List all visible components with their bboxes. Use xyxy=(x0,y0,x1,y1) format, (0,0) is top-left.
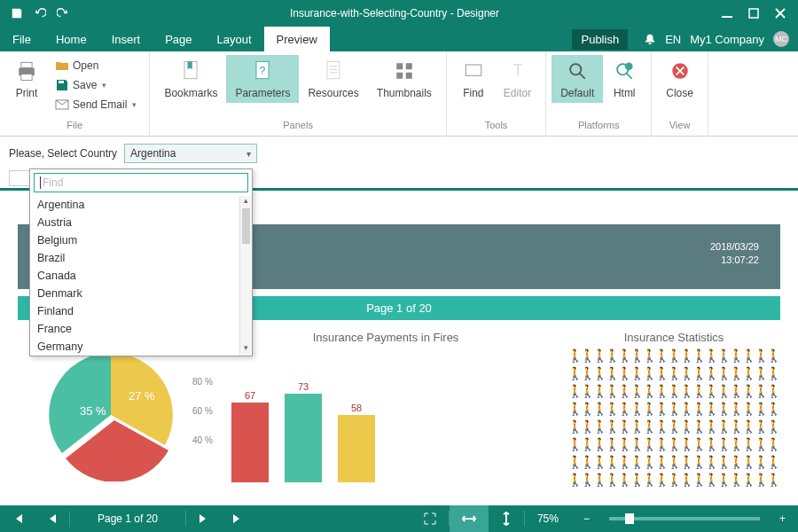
dropdown-item[interactable]: Argentina xyxy=(30,196,252,214)
chevron-down-icon[interactable]: ▾ xyxy=(246,149,251,159)
tab-page[interactable]: Page xyxy=(153,27,204,51)
person-icon: 🚶 xyxy=(580,456,591,472)
fit-width-button[interactable] xyxy=(450,505,489,532)
fullscreen-button[interactable] xyxy=(411,505,449,532)
tab-insert[interactable]: Insert xyxy=(99,27,153,51)
nav-last-button[interactable] xyxy=(220,505,255,532)
dropdown-item[interactable]: Belgium xyxy=(30,231,252,249)
person-icon: 🚶 xyxy=(754,385,764,401)
person-icon: 🚶 xyxy=(692,438,702,454)
person-icon: 🚶 xyxy=(592,403,603,419)
close-button[interactable]: Close xyxy=(657,55,702,103)
dropdown-item[interactable]: Brazil xyxy=(30,249,252,267)
person-icon: 🚶 xyxy=(592,420,603,436)
zoom-value[interactable]: 75% xyxy=(525,505,571,532)
person-icon: 🚶 xyxy=(654,473,665,489)
open-button[interactable]: Open xyxy=(51,57,140,74)
dropdown-scrollbar[interactable]: ▴▾ xyxy=(239,196,252,356)
person-icon: 🚶 xyxy=(605,403,615,419)
person-icon: 🚶 xyxy=(580,403,591,419)
person-icon: 🚶 xyxy=(617,473,628,489)
person-icon: 🚶 xyxy=(716,385,727,401)
dropdown-item[interactable]: Denmark xyxy=(30,285,252,302)
platform-default-button[interactable]: Default xyxy=(552,55,603,103)
dropdown-item[interactable]: France xyxy=(30,320,252,338)
dropdown-item[interactable]: Austria xyxy=(30,214,252,231)
minimize-icon[interactable] xyxy=(722,8,732,19)
tab-file[interactable]: File xyxy=(0,27,43,51)
person-icon: 🚶 xyxy=(754,456,764,472)
person-icon: 🚶 xyxy=(754,438,764,454)
group-label-view: View xyxy=(657,118,702,132)
person-icon: 🚶 xyxy=(617,420,628,436)
country-combobox[interactable]: Argentina ▾ xyxy=(124,144,257,163)
zoom-out-button[interactable]: − xyxy=(571,505,602,532)
dropdown-item[interactable]: Canada xyxy=(30,267,252,285)
redo-icon[interactable] xyxy=(57,7,69,20)
person-icon: 🚶 xyxy=(667,456,677,472)
zoom-slider[interactable] xyxy=(609,517,760,520)
person-icon: 🚶 xyxy=(567,403,578,419)
dropdown-item[interactable]: Finland xyxy=(30,302,252,320)
person-icon: 🚶 xyxy=(580,473,591,489)
avatar[interactable]: MC xyxy=(773,31,789,47)
person-icon: 🚶 xyxy=(567,349,578,365)
person-icon: 🚶 xyxy=(642,420,653,436)
bell-icon[interactable] xyxy=(644,33,656,45)
param-label: Please, Select Country xyxy=(9,147,117,160)
group-label-tools: Tools xyxy=(452,118,540,132)
publish-button[interactable]: Publish xyxy=(572,29,628,50)
person-icon: 🚶 xyxy=(741,473,752,489)
person-icon: 🚶 xyxy=(617,403,628,419)
thumbnails-button[interactable]: Thumbnails xyxy=(368,55,441,103)
person-icon: 🚶 xyxy=(741,403,752,419)
person-icon: 🚶 xyxy=(642,456,653,472)
person-icon: 🚶 xyxy=(704,473,715,489)
tab-layout[interactable]: Layout xyxy=(205,27,264,51)
nav-first-button[interactable] xyxy=(0,505,35,532)
close-icon[interactable] xyxy=(775,8,786,19)
nav-prev-button[interactable] xyxy=(35,505,69,532)
person-icon: 🚶 xyxy=(605,456,615,472)
zoom-in-button[interactable]: + xyxy=(767,505,798,532)
person-icon: 🚶 xyxy=(642,438,653,454)
maximize-icon[interactable] xyxy=(748,8,759,19)
svg-text:27 %: 27 % xyxy=(129,389,155,403)
dropdown-item[interactable]: Germany xyxy=(30,338,252,356)
person-icon: 🚶 xyxy=(605,420,615,436)
resources-button[interactable]: Resources xyxy=(299,55,367,103)
parameters-button[interactable]: ?Parameters xyxy=(226,55,299,103)
company-label: My1 Company xyxy=(690,33,764,46)
dropdown-find-input[interactable]: Find xyxy=(34,173,248,192)
person-icon: 🚶 xyxy=(729,456,739,472)
person-icon: 🚶 xyxy=(692,456,702,472)
tab-home[interactable]: Home xyxy=(43,27,99,51)
language-label[interactable]: EN xyxy=(665,33,681,46)
person-icon: 🚶 xyxy=(716,367,727,383)
person-icon: 🚶 xyxy=(729,420,739,436)
nav-next-button[interactable] xyxy=(186,505,220,532)
undo-icon[interactable] xyxy=(34,7,46,20)
find-button[interactable]: Find xyxy=(452,55,495,103)
person-icon: 🚶 xyxy=(766,438,777,454)
send-email-button[interactable]: Send Email▾ xyxy=(51,96,140,113)
svg-rect-3 xyxy=(21,62,32,67)
platform-html-button[interactable]: Html xyxy=(603,55,645,103)
person-icon: 🚶 xyxy=(605,349,615,365)
chevron-down-icon[interactable]: ▾ xyxy=(102,81,106,90)
window-title: Insurance-with-Selecting-Country - Desig… xyxy=(80,7,709,20)
fit-height-button[interactable] xyxy=(489,505,524,532)
save-icon[interactable] xyxy=(11,7,23,20)
person-icon: 🚶 xyxy=(729,385,739,401)
person-icon: 🚶 xyxy=(605,385,615,401)
person-icon: 🚶 xyxy=(692,349,702,365)
pictogram-chart: Insurance Statistics 🚶🚶🚶🚶🚶🚶🚶🚶🚶🚶🚶🚶🚶🚶🚶🚶🚶🚶🚶… xyxy=(567,331,780,489)
group-label-panels: Panels xyxy=(155,118,440,132)
chevron-down-icon[interactable]: ▾ xyxy=(132,100,137,109)
save-button[interactable]: Save▾ xyxy=(51,76,140,94)
bookmarks-button[interactable]: Bookmarks xyxy=(155,55,226,103)
print-button[interactable]: Print xyxy=(5,55,48,103)
tab-preview[interactable]: Preview xyxy=(264,27,330,51)
editor-button[interactable]: TEditor xyxy=(495,55,540,103)
person-icon: 🚶 xyxy=(766,367,777,383)
